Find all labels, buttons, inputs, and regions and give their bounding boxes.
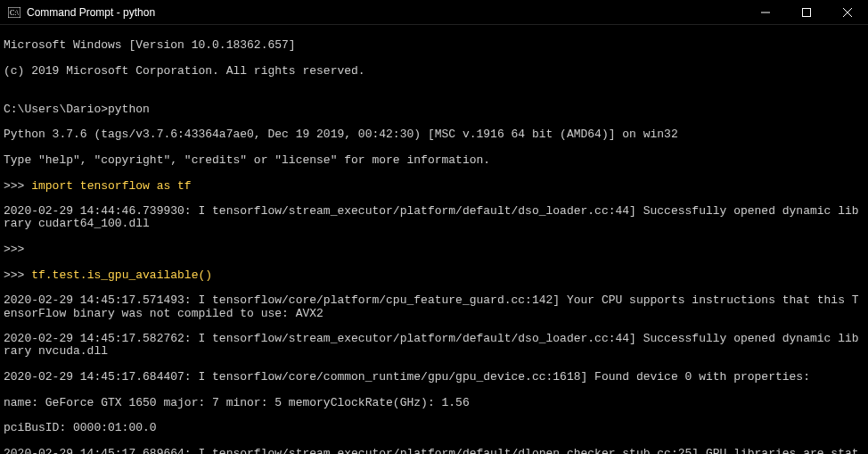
- output-line: name: GeForce GTX 1650 major: 7 minor: 5…: [4, 397, 864, 409]
- titlebar[interactable]: C:\ Command Prompt - python: [0, 0, 868, 25]
- output-line: pciBusID: 0000:01:00.0: [4, 422, 864, 434]
- user-input: import tensorflow as tf: [31, 179, 191, 193]
- output-line: (c) 2019 Microsoft Corporation. All righ…: [4, 65, 864, 78]
- output-line: 2020-02-29 14:45:17.571493: I tensorflow…: [4, 294, 864, 320]
- svg-rect-3: [803, 8, 811, 16]
- close-button[interactable]: [827, 0, 868, 24]
- window-controls: [745, 0, 868, 24]
- prompt-line: >>>: [4, 244, 864, 256]
- window-title: Command Prompt - python: [27, 6, 745, 19]
- output-line: 2020-02-29 14:45:17.582762: I tensorflow…: [4, 333, 864, 359]
- output-line: 2020-02-29 14:45:17.684407: I tensorflow…: [4, 371, 864, 384]
- prompt-line: >>> import tensorflow as tf: [4, 180, 864, 193]
- window: C:\ Command Prompt - python Microsoft Wi…: [0, 0, 868, 454]
- prompt: >>>: [4, 179, 31, 193]
- output-line: 2020-02-29 14:44:46.739930: I tensorflow…: [4, 205, 864, 231]
- svg-text:C:\: C:\: [10, 9, 20, 17]
- output-line: Type "help", "copyright", "credits" or "…: [4, 154, 864, 167]
- output-line: Microsoft Windows [Version 10.0.18362.65…: [4, 39, 864, 52]
- prompt: >>>: [4, 268, 31, 282]
- output-line: C:\Users\Dario>python: [4, 103, 864, 116]
- prompt-line: >>> tf.test.is_gpu_available(): [4, 269, 864, 282]
- output-line: 2020-02-29 14:45:17.689664: I tensorflow…: [4, 448, 864, 454]
- output-line: Python 3.7.6 (tags/v3.7.6:43364a7ae0, De…: [4, 128, 864, 141]
- minimize-button[interactable]: [745, 0, 786, 24]
- maximize-button[interactable]: [786, 0, 827, 24]
- cmd-icon: C:\: [7, 5, 21, 20]
- user-input: tf.test.is_gpu_available(): [31, 268, 212, 282]
- terminal-output[interactable]: Microsoft Windows [Version 10.0.18362.65…: [0, 25, 868, 454]
